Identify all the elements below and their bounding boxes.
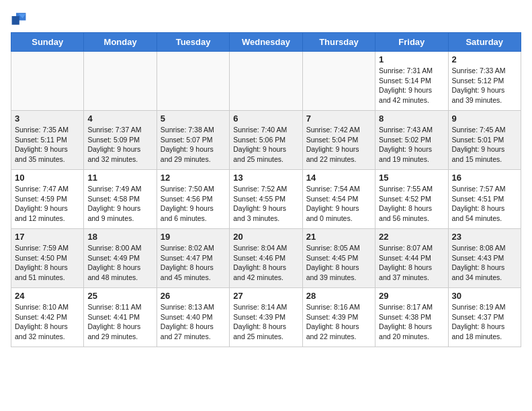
- calendar-cell: 18Sunrise: 8:00 AM Sunset: 4:49 PM Dayli…: [84, 229, 157, 288]
- day-number: 30: [452, 291, 517, 301]
- day-number: 24: [15, 291, 80, 301]
- weekday-header-tuesday: Tuesday: [157, 33, 229, 52]
- logo-icon: [11, 11, 27, 27]
- calendar-cell: [302, 52, 375, 111]
- day-info: Sunrise: 8:07 AM Sunset: 4:44 PM Dayligh…: [379, 243, 444, 283]
- day-info: Sunrise: 8:10 AM Sunset: 4:42 PM Dayligh…: [15, 302, 80, 342]
- weekday-header-sunday: Sunday: [11, 33, 84, 52]
- logo: [11, 11, 30, 27]
- calendar-table: SundayMondayTuesdayWednesdayThursdayFrid…: [11, 32, 521, 347]
- calendar-cell: [230, 52, 302, 111]
- calendar-cell: 10Sunrise: 7:47 AM Sunset: 4:59 PM Dayli…: [11, 170, 84, 229]
- calendar-cell: 13Sunrise: 7:52 AM Sunset: 4:55 PM Dayli…: [230, 170, 302, 229]
- day-info: Sunrise: 7:35 AM Sunset: 5:11 PM Dayligh…: [15, 125, 80, 165]
- day-number: 22: [379, 232, 444, 242]
- calendar-cell: [84, 52, 157, 111]
- weekday-header-monday: Monday: [84, 33, 157, 52]
- day-info: Sunrise: 7:50 AM Sunset: 4:56 PM Dayligh…: [161, 184, 226, 224]
- day-info: Sunrise: 7:49 AM Sunset: 4:58 PM Dayligh…: [87, 184, 152, 224]
- calendar-cell: 26Sunrise: 8:13 AM Sunset: 4:40 PM Dayli…: [157, 288, 229, 347]
- day-info: Sunrise: 7:40 AM Sunset: 5:06 PM Dayligh…: [233, 125, 298, 165]
- calendar-cell: 29Sunrise: 8:17 AM Sunset: 4:38 PM Dayli…: [375, 288, 448, 347]
- day-info: Sunrise: 8:00 AM Sunset: 4:49 PM Dayligh…: [87, 243, 152, 283]
- week-row-4: 17Sunrise: 7:59 AM Sunset: 4:50 PM Dayli…: [11, 229, 521, 288]
- calendar-cell: 12Sunrise: 7:50 AM Sunset: 4:56 PM Dayli…: [157, 170, 229, 229]
- day-info: Sunrise: 8:02 AM Sunset: 4:47 PM Dayligh…: [161, 243, 226, 283]
- day-info: Sunrise: 8:05 AM Sunset: 4:45 PM Dayligh…: [306, 243, 371, 283]
- day-number: 7: [306, 113, 371, 124]
- calendar-cell: 24Sunrise: 8:10 AM Sunset: 4:42 PM Dayli…: [11, 288, 84, 347]
- calendar-cell: 6Sunrise: 7:40 AM Sunset: 5:06 PM Daylig…: [230, 111, 302, 170]
- day-number: 16: [452, 173, 517, 183]
- calendar-cell: [11, 52, 84, 111]
- calendar-cell: 14Sunrise: 7:54 AM Sunset: 4:54 PM Dayli…: [302, 170, 375, 229]
- day-info: Sunrise: 7:57 AM Sunset: 4:51 PM Dayligh…: [452, 184, 517, 224]
- calendar-cell: [157, 52, 229, 111]
- day-info: Sunrise: 7:55 AM Sunset: 4:52 PM Dayligh…: [379, 184, 444, 224]
- day-number: 2: [452, 54, 517, 64]
- week-row-2: 3Sunrise: 7:35 AM Sunset: 5:11 PM Daylig…: [11, 111, 521, 170]
- calendar-cell: 9Sunrise: 7:45 AM Sunset: 5:01 PM Daylig…: [448, 111, 521, 170]
- calendar-cell: 19Sunrise: 8:02 AM Sunset: 4:47 PM Dayli…: [157, 229, 229, 288]
- day-info: Sunrise: 7:37 AM Sunset: 5:09 PM Dayligh…: [87, 125, 152, 165]
- day-number: 21: [306, 232, 371, 242]
- day-info: Sunrise: 8:19 AM Sunset: 4:37 PM Dayligh…: [452, 302, 517, 342]
- day-number: 5: [161, 113, 226, 124]
- calendar-cell: 17Sunrise: 7:59 AM Sunset: 4:50 PM Dayli…: [11, 229, 84, 288]
- day-info: Sunrise: 7:43 AM Sunset: 5:02 PM Dayligh…: [379, 125, 444, 165]
- calendar-cell: 15Sunrise: 7:55 AM Sunset: 4:52 PM Dayli…: [375, 170, 448, 229]
- weekday-header-saturday: Saturday: [448, 33, 521, 52]
- day-info: Sunrise: 8:11 AM Sunset: 4:41 PM Dayligh…: [87, 302, 152, 342]
- calendar-cell: 7Sunrise: 7:42 AM Sunset: 5:04 PM Daylig…: [302, 111, 375, 170]
- calendar-cell: 11Sunrise: 7:49 AM Sunset: 4:58 PM Dayli…: [84, 170, 157, 229]
- calendar-cell: 2Sunrise: 7:33 AM Sunset: 5:12 PM Daylig…: [448, 52, 521, 111]
- weekday-header-friday: Friday: [375, 33, 448, 52]
- day-info: Sunrise: 7:38 AM Sunset: 5:07 PM Dayligh…: [161, 125, 226, 165]
- day-number: 9: [452, 113, 517, 124]
- day-number: 6: [233, 113, 298, 124]
- day-info: Sunrise: 7:42 AM Sunset: 5:04 PM Dayligh…: [306, 125, 371, 165]
- day-number: 23: [452, 232, 517, 242]
- calendar-cell: 30Sunrise: 8:19 AM Sunset: 4:37 PM Dayli…: [448, 288, 521, 347]
- day-info: Sunrise: 8:14 AM Sunset: 4:39 PM Dayligh…: [233, 302, 298, 342]
- calendar-cell: 8Sunrise: 7:43 AM Sunset: 5:02 PM Daylig…: [375, 111, 448, 170]
- calendar-cell: 4Sunrise: 7:37 AM Sunset: 5:09 PM Daylig…: [84, 111, 157, 170]
- weekday-header-row: SundayMondayTuesdayWednesdayThursdayFrid…: [11, 33, 521, 52]
- day-number: 19: [161, 232, 226, 242]
- day-info: Sunrise: 7:47 AM Sunset: 4:59 PM Dayligh…: [15, 184, 80, 224]
- day-number: 1: [379, 54, 444, 64]
- header: [11, 11, 521, 27]
- weekday-header-thursday: Thursday: [302, 33, 375, 52]
- calendar-cell: 25Sunrise: 8:11 AM Sunset: 4:41 PM Dayli…: [84, 288, 157, 347]
- day-info: Sunrise: 8:08 AM Sunset: 4:43 PM Dayligh…: [452, 243, 517, 283]
- calendar-cell: 3Sunrise: 7:35 AM Sunset: 5:11 PM Daylig…: [11, 111, 84, 170]
- day-info: Sunrise: 7:31 AM Sunset: 5:14 PM Dayligh…: [379, 66, 444, 105]
- day-number: 17: [15, 232, 80, 242]
- calendar-cell: 27Sunrise: 8:14 AM Sunset: 4:39 PM Dayli…: [230, 288, 302, 347]
- day-info: Sunrise: 7:59 AM Sunset: 4:50 PM Dayligh…: [15, 243, 80, 283]
- day-number: 11: [87, 173, 152, 183]
- day-info: Sunrise: 7:45 AM Sunset: 5:01 PM Dayligh…: [452, 125, 517, 165]
- day-number: 18: [87, 232, 152, 242]
- day-info: Sunrise: 7:54 AM Sunset: 4:54 PM Dayligh…: [306, 184, 371, 224]
- day-number: 29: [379, 291, 444, 301]
- calendar-cell: 28Sunrise: 8:16 AM Sunset: 4:39 PM Dayli…: [302, 288, 375, 347]
- calendar-cell: 20Sunrise: 8:04 AM Sunset: 4:46 PM Dayli…: [230, 229, 302, 288]
- day-number: 25: [87, 291, 152, 301]
- day-info: Sunrise: 8:04 AM Sunset: 4:46 PM Dayligh…: [233, 243, 298, 283]
- day-number: 28: [306, 291, 371, 301]
- calendar-cell: 16Sunrise: 7:57 AM Sunset: 4:51 PM Dayli…: [448, 170, 521, 229]
- day-info: Sunrise: 8:17 AM Sunset: 4:38 PM Dayligh…: [379, 302, 444, 342]
- day-number: 14: [306, 173, 371, 183]
- calendar-cell: 22Sunrise: 8:07 AM Sunset: 4:44 PM Dayli…: [375, 229, 448, 288]
- weekday-header-wednesday: Wednesday: [230, 33, 302, 52]
- day-number: 26: [161, 291, 226, 301]
- day-number: 8: [379, 113, 444, 124]
- day-number: 13: [233, 173, 298, 183]
- calendar-cell: 5Sunrise: 7:38 AM Sunset: 5:07 PM Daylig…: [157, 111, 229, 170]
- calendar-cell: 23Sunrise: 8:08 AM Sunset: 4:43 PM Dayli…: [448, 229, 521, 288]
- calendar-cell: 21Sunrise: 8:05 AM Sunset: 4:45 PM Dayli…: [302, 229, 375, 288]
- day-info: Sunrise: 8:16 AM Sunset: 4:39 PM Dayligh…: [306, 302, 371, 342]
- day-info: Sunrise: 8:13 AM Sunset: 4:40 PM Dayligh…: [161, 302, 226, 342]
- day-info: Sunrise: 7:33 AM Sunset: 5:12 PM Dayligh…: [452, 66, 517, 105]
